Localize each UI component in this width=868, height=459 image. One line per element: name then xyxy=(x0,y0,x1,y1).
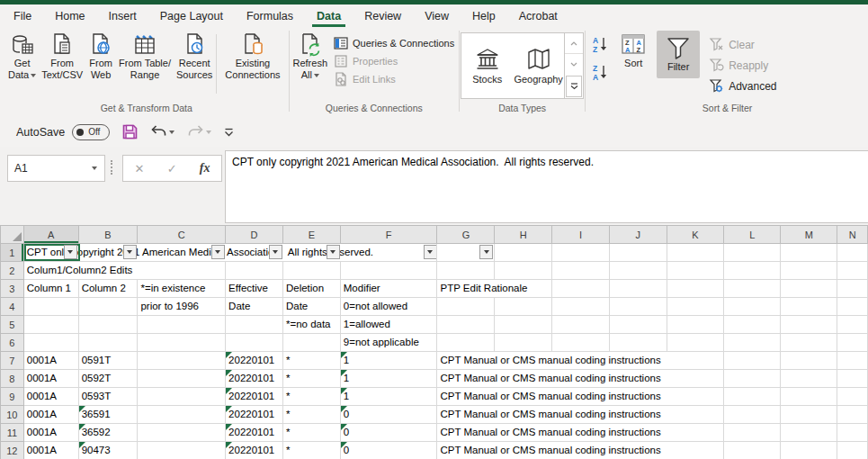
cell-K5[interactable] xyxy=(667,316,724,334)
column-header-I[interactable]: I xyxy=(552,226,610,244)
enter-button[interactable]: ✓ xyxy=(167,162,177,176)
cell-N2[interactable] xyxy=(837,262,868,280)
redo-dropdown-arrow-icon[interactable] xyxy=(206,130,211,134)
cell-A3[interactable]: Column 1 xyxy=(23,280,78,298)
column-header-K[interactable]: K xyxy=(667,226,724,244)
cell-G12[interactable]: CPT Manual or CMS manual coding instruct… xyxy=(437,442,724,459)
column-header-B[interactable]: B xyxy=(78,226,138,244)
cell-L11[interactable] xyxy=(724,424,781,442)
cell-A5[interactable] xyxy=(23,316,78,334)
from-web-button[interactable]: From Web xyxy=(85,31,116,83)
cell-A8[interactable]: 0001A xyxy=(23,370,78,388)
cell-F11[interactable]: 0 xyxy=(340,424,437,442)
cell-C4[interactable]: prior to 1996 xyxy=(138,298,226,316)
filter-dropdown-B1[interactable] xyxy=(123,245,137,259)
cell-L8[interactable] xyxy=(724,370,781,388)
cell-J6[interactable] xyxy=(609,334,667,352)
cell-B9[interactable]: 0593T xyxy=(78,388,138,406)
cell-I1[interactable] xyxy=(552,244,610,262)
cell-E12[interactable]: * xyxy=(282,442,340,459)
cell-N1[interactable] xyxy=(837,244,868,262)
cell-I6[interactable] xyxy=(552,334,610,352)
cell-E10[interactable]: * xyxy=(282,406,340,424)
column-header-L[interactable]: L xyxy=(724,226,781,244)
cell-B10[interactable]: 36591 xyxy=(78,406,138,424)
cell-G2[interactable] xyxy=(437,262,495,280)
edit-links-button[interactable]: Edit Links xyxy=(330,70,458,88)
column-header-C[interactable]: C xyxy=(138,226,226,244)
column-header-A[interactable]: A xyxy=(23,226,78,244)
row-header-3[interactable]: 3 xyxy=(1,280,24,298)
row-header-11[interactable]: 11 xyxy=(1,424,24,442)
row-header-5[interactable]: 5 xyxy=(1,316,24,334)
filter-dropdown-E1[interactable] xyxy=(327,245,340,259)
cell-M1[interactable] xyxy=(781,244,837,262)
row-header-4[interactable]: 4 xyxy=(1,298,24,316)
undo-dropdown-arrow-icon[interactable] xyxy=(169,130,174,134)
clear-filter-button[interactable]: Clear xyxy=(705,34,780,55)
cell-L10[interactable] xyxy=(724,406,781,424)
cell-N12[interactable] xyxy=(837,442,868,459)
cell-A10[interactable]: 0001A xyxy=(23,406,78,424)
redo-button[interactable] xyxy=(187,124,211,140)
cell-C11[interactable] xyxy=(138,424,226,442)
cell-L4[interactable] xyxy=(724,298,781,316)
cell-I3[interactable] xyxy=(552,280,610,298)
cell-N3[interactable] xyxy=(837,280,868,298)
cell-K3[interactable] xyxy=(667,280,724,298)
cell-F12[interactable]: 0 xyxy=(340,442,437,459)
cell-G1[interactable] xyxy=(437,244,495,262)
row-header-7[interactable]: 7 xyxy=(1,352,24,370)
cell-E3[interactable]: Deletion xyxy=(282,280,340,298)
tab-page-layout[interactable]: Page Layout xyxy=(148,4,235,27)
cell-D12[interactable]: 20220101 xyxy=(226,442,283,459)
from-text-csv-button[interactable]: From Text/CSV xyxy=(39,31,85,83)
cell-M5[interactable] xyxy=(781,316,837,334)
cell-N6[interactable] xyxy=(837,334,868,352)
cell-N4[interactable] xyxy=(837,298,868,316)
filter-dropdown-C1[interactable] xyxy=(211,245,225,259)
cell-J5[interactable] xyxy=(609,316,667,334)
tab-view[interactable]: View xyxy=(413,4,461,27)
cell-A6[interactable] xyxy=(23,334,78,352)
cell-I4[interactable] xyxy=(552,298,610,316)
row-header-12[interactable]: 12 xyxy=(1,442,24,459)
row-header-2[interactable]: 2 xyxy=(1,262,24,280)
cell-F2[interactable] xyxy=(340,262,437,280)
column-header-E[interactable]: E xyxy=(282,226,340,244)
cell-C9[interactable] xyxy=(138,388,226,406)
cell-D4[interactable]: Date xyxy=(226,298,283,316)
cell-E5[interactable]: *=no data xyxy=(282,316,340,334)
column-header-N[interactable]: N xyxy=(837,226,868,244)
cell-G11[interactable]: CPT Manual or CMS manual coding instruct… xyxy=(437,424,724,442)
cell-D11[interactable]: 20220101 xyxy=(226,424,283,442)
cell-A2[interactable]: Colum1/Column2 Edits xyxy=(23,262,225,280)
cell-C10[interactable] xyxy=(138,406,226,424)
cell-C6[interactable] xyxy=(138,334,226,352)
sort-descending-button[interactable]: ZA xyxy=(586,60,613,85)
cell-L12[interactable] xyxy=(724,442,781,459)
cell-C7[interactable] xyxy=(138,352,226,370)
reapply-filter-button[interactable]: Reapply xyxy=(705,55,780,76)
select-all-button[interactable] xyxy=(1,226,24,244)
row-header-6[interactable]: 6 xyxy=(1,334,24,352)
cell-F3[interactable]: Modifier xyxy=(340,280,437,298)
column-header-F[interactable]: F xyxy=(340,226,437,244)
gallery-more-button[interactable] xyxy=(566,76,582,97)
cell-A11[interactable]: 0001A xyxy=(23,424,78,442)
advanced-filter-button[interactable]: Advanced xyxy=(705,76,780,96)
cell-G5[interactable] xyxy=(437,316,495,334)
cell-M10[interactable] xyxy=(781,406,837,424)
cell-D8[interactable]: 20220101 xyxy=(226,370,283,388)
row-header-8[interactable]: 8 xyxy=(1,370,24,388)
cell-G8[interactable]: CPT Manual or CMS manual coding instruct… xyxy=(437,370,724,388)
cell-L2[interactable] xyxy=(724,262,781,280)
cell-N10[interactable] xyxy=(837,406,868,424)
cell-J2[interactable] xyxy=(609,262,667,280)
cell-E2[interactable] xyxy=(282,262,340,280)
cell-B5[interactable] xyxy=(78,316,138,334)
customize-qat-button[interactable] xyxy=(224,128,234,137)
filter-dropdown-D1[interactable] xyxy=(269,245,282,259)
sort-ascending-button[interactable]: AZ xyxy=(586,32,613,57)
filter-dropdown-G1[interactable] xyxy=(479,245,493,259)
